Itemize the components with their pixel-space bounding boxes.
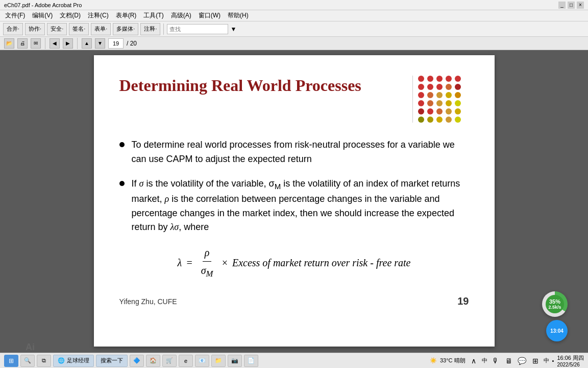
decoration-dot <box>455 108 461 114</box>
dot-grid <box>418 76 469 123</box>
decoration-dot <box>455 117 461 123</box>
comment-button[interactable]: 注释· <box>140 23 160 35</box>
sign-button[interactable]: 签名· <box>69 23 89 35</box>
security-button[interactable]: 安全· <box>47 23 67 35</box>
decoration-dot <box>436 117 443 123</box>
formula-equals: = <box>186 255 193 270</box>
sys-icon-1[interactable]: ∧ <box>469 356 479 366</box>
merge-button[interactable]: 合并· <box>3 23 23 35</box>
dot-decoration <box>418 76 469 123</box>
menu-edit[interactable]: 编辑(V) <box>29 10 56 21</box>
decoration-dot <box>436 76 443 82</box>
fraction-denominator: σM <box>199 262 215 280</box>
decoration-dot <box>427 84 433 90</box>
browser-label: 足球经理 <box>67 357 89 364</box>
search-input[interactable] <box>167 24 228 34</box>
minimize-button[interactable]: _ <box>558 2 566 9</box>
title-bar: eCh07.pdf - Adobe Acrobat Pro _ □ × <box>0 0 588 10</box>
decoration-dot <box>455 100 461 106</box>
decoration-dot <box>418 76 424 82</box>
start-button[interactable]: ⊞ <box>4 355 18 367</box>
decoration-dot <box>455 92 461 98</box>
menu-comment[interactable]: 注释(C) <box>85 10 112 21</box>
nav-back-button[interactable]: ◀ <box>50 38 60 49</box>
taskbar-browser-app[interactable]: 🌐 足球经理 <box>53 355 94 367</box>
close-button[interactable]: × <box>577 2 584 9</box>
decoration-dot <box>436 100 443 106</box>
menu-form[interactable]: 表单(R) <box>113 10 140 21</box>
nav-prev-page-button[interactable]: ▲ <box>82 38 92 49</box>
taskbar-store-btn[interactable]: 🛒 <box>162 355 177 367</box>
rho-symbol: ρ <box>165 194 169 204</box>
header-right <box>407 76 469 123</box>
decoration-dot <box>427 117 433 123</box>
taskbar-task-btn[interactable]: ⧉ <box>37 355 51 367</box>
widget-inner: 35% 2.5k/s <box>546 295 564 313</box>
decoration-dot <box>418 108 424 114</box>
slide-content: To determine real world processes from r… <box>119 138 469 280</box>
formula-fraction: ρ σM <box>199 245 215 280</box>
sys-icon-mic[interactable]: 🎙 <box>491 356 501 366</box>
ime-label: 中 <box>482 357 487 364</box>
formula-text: Excess of market return over risk - free… <box>232 255 411 270</box>
formula-times: × <box>221 255 228 270</box>
media-button[interactable]: 多媒体· <box>113 23 138 35</box>
sys-icon-msg[interactable]: 💬 <box>517 356 527 366</box>
taskbar-search-btn[interactable]: 🔍 <box>20 355 35 367</box>
nav-forward-button[interactable]: ▶ <box>63 38 73 49</box>
formula-block: λ = ρ σM × Excess of market return over … <box>119 245 469 280</box>
window-title: eCh07.pdf - Adobe Acrobat Pro <box>4 2 82 8</box>
main-content-area: Determining Real World Processes To dete… <box>0 50 588 353</box>
menu-bar: 文件(F) 编辑(V) 文档(D) 注释(C) 表单(R) 工具(T) 高级(A… <box>0 10 588 21</box>
taskbar-home-btn[interactable]: 🏠 <box>146 355 160 367</box>
toolbar-separator <box>163 24 164 35</box>
taskbar-mail-btn[interactable]: 📧 <box>195 355 209 367</box>
widget-percent: 35% <box>549 298 560 305</box>
nav-print-button[interactable]: 🖨 <box>17 38 28 49</box>
search-dropdown-icon[interactable]: ▼ <box>230 26 236 33</box>
maximize-button[interactable]: □ <box>568 2 575 9</box>
nav-bar: 📂 🖨 ✉ ◀ ▶ ▲ ▼ / 20 <box>0 37 588 50</box>
nav-email-button[interactable]: ✉ <box>31 38 41 49</box>
decoration-dot <box>427 76 433 82</box>
cpu-widget: 35% 2.5k/s <box>542 291 568 317</box>
widget-speed: 2.5k/s <box>548 305 561 310</box>
taskbar-camera-btn[interactable]: 📷 <box>228 355 242 367</box>
fraction-numerator: ρ <box>203 245 212 262</box>
bullet-item-1: To determine real world processes from r… <box>119 138 469 167</box>
search-app-label: 搜索一下 <box>101 357 123 364</box>
nav-sep-1 <box>45 38 45 49</box>
page-number-input[interactable] <box>108 38 124 49</box>
taskbar-search-app[interactable]: 搜索一下 <box>96 355 128 367</box>
decoration-dot <box>455 76 461 82</box>
menu-window[interactable]: 窗口(W) <box>195 10 224 21</box>
menu-advanced[interactable]: 高级(A) <box>168 10 194 21</box>
menu-tools[interactable]: 工具(T) <box>140 10 166 21</box>
pdf-page: Determining Real World Processes To dete… <box>94 55 495 347</box>
menu-help[interactable]: 帮助(H) <box>225 10 252 21</box>
sigma-m-sub-formula: M <box>206 269 213 279</box>
nav-open-button[interactable]: 📂 <box>4 38 14 49</box>
decoration-dot <box>446 108 452 114</box>
slide-title: Determining Real World Processes <box>119 76 361 95</box>
sys-icon-display[interactable]: 🖥 <box>504 356 514 366</box>
collaborate-button[interactable]: 协作· <box>25 23 45 35</box>
decoration-dot <box>446 92 452 98</box>
form-button[interactable]: 表单· <box>91 23 111 35</box>
sys-icon-grid[interactable]: ⊞ <box>530 356 541 366</box>
menu-file[interactable]: 文件(F) <box>2 10 28 21</box>
slide-header: Determining Real World Processes <box>119 76 469 123</box>
taskbar-edge-btn[interactable]: 🔷 <box>130 355 144 367</box>
window-controls[interactable]: _ □ × <box>558 2 584 9</box>
sigma-m-sub: M <box>275 181 281 190</box>
sys-icon-dots: • <box>552 358 554 364</box>
decoration-dot <box>418 100 424 106</box>
decoration-dot <box>427 92 433 98</box>
taskbar-ie-btn[interactable]: e <box>179 355 193 367</box>
watermark-ai: Ai <box>26 342 35 353</box>
decoration-dot <box>436 84 443 90</box>
nav-next-page-button[interactable]: ▼ <box>95 38 105 49</box>
taskbar-files-btn[interactable]: 📁 <box>211 355 226 367</box>
taskbar-pdf-btn[interactable]: 📄 <box>244 355 258 367</box>
menu-doc[interactable]: 文档(D) <box>57 10 84 21</box>
